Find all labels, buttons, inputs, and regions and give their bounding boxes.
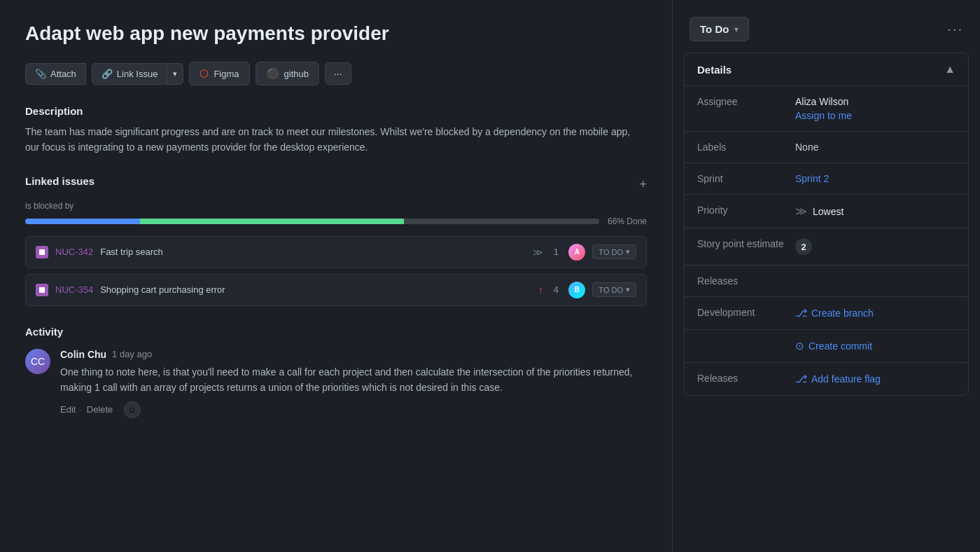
story-point-badge: 2 [795, 238, 812, 255]
assignee-name: Aliza Wilson [795, 96, 955, 107]
activity-actions: Edit · Delete · ☺ [60, 401, 647, 418]
issue-status-badge[interactable]: TO DO ▾ [592, 282, 636, 297]
details-panel-title: Details [697, 64, 732, 76]
figma-button[interactable]: ⬡ Figma [189, 62, 249, 85]
details-header: Details ▲ [685, 53, 968, 86]
branch-icon: ⎇ [795, 307, 807, 319]
table-row: NUC-342 Fast trip search ≫ 1 A TO DO ▾ [25, 236, 647, 268]
progress-label: 66% Done [608, 216, 647, 226]
issue-count: 4 [550, 284, 561, 295]
sprint-value[interactable]: Sprint 2 [795, 173, 955, 184]
list-item: CC Colin Chu 1 day ago One thing to note… [25, 349, 647, 418]
details-collapse-button[interactable]: ▲ [944, 63, 955, 76]
issue-id[interactable]: NUC-342 [55, 247, 93, 257]
story-point-row: Story point estimate 2 [685, 228, 968, 265]
todo-status-text: To Do [700, 23, 729, 35]
labels-row: Labels None [685, 132, 968, 163]
progress-green [140, 219, 404, 224]
create-commit-label: Create commit [808, 340, 872, 352]
releases-label: Releases [697, 275, 795, 287]
sidebar-more-options-button[interactable]: ··· [947, 21, 963, 37]
flag-icon: ⎇ [795, 373, 807, 385]
assignee-value: Aliza Wilson Assign to me [795, 96, 955, 121]
figma-label: Figma [214, 69, 239, 79]
sprint-row: Sprint Sprint 2 [685, 163, 968, 195]
delete-comment-button[interactable]: Delete [87, 404, 113, 415]
avatar: B [568, 282, 585, 298]
activity-author: Colin Chu [60, 349, 106, 360]
add-feature-flag-link[interactable]: ⎇ Add feature flag [795, 373, 955, 385]
create-branch-link[interactable]: ⎇ Create branch [795, 307, 955, 319]
create-commit-link[interactable]: ⊙ Create commit [795, 340, 955, 352]
link-issue-dropdown-button[interactable]: ▾ [167, 63, 183, 85]
issue-title: Shopping cart purchasing error [100, 284, 531, 295]
commit-icon: ⊙ [795, 340, 804, 352]
issue-id[interactable]: NUC-354 [55, 284, 93, 295]
table-row: NUC-354 Shopping cart purchasing error ↑… [25, 274, 647, 306]
create-commit-value: ⊙ Create commit [795, 340, 955, 352]
priority-row: Priority ≫ Lowest [685, 195, 968, 228]
description-section: Description The team has made significan… [25, 105, 647, 156]
progress-blue [25, 219, 140, 224]
more-options-toolbar-button[interactable]: ··· [325, 62, 351, 85]
releases-bottom-row: Releases ⎇ Add feature flag [685, 363, 968, 395]
issue-type-icon [36, 246, 48, 258]
linked-issues-section: Linked issues + is blocked by 66% Done N… [25, 175, 647, 306]
progress-gray [404, 219, 599, 224]
blocked-by-label: is blocked by [25, 201, 647, 211]
link-issue-group: 🔗 Link Issue ▾ [92, 63, 184, 85]
story-point-label: Story point estimate [697, 238, 795, 249]
right-sidebar: To Do ▾ ··· Details ▲ Assignee Aliza Wil… [672, 0, 980, 552]
assignee-row: Assignee Aliza Wilson Assign to me [685, 86, 968, 132]
create-branch-label: Create branch [811, 308, 874, 319]
attach-group: 📎 Attach [25, 63, 86, 85]
description-text: The team has made significant progress a… [25, 124, 647, 156]
development-label: Development [697, 307, 795, 318]
add-feature-flag-label: Add feature flag [811, 373, 881, 385]
add-linked-issue-button[interactable]: + [639, 178, 647, 191]
status-text: TO DO [598, 286, 623, 294]
priority-label: Priority [697, 205, 795, 216]
github-button[interactable]: ⚫ github [255, 62, 319, 85]
linked-issues-title: Linked issues [25, 175, 94, 187]
development-row: Development ⎇ Create branch [685, 297, 968, 330]
releases-bottom-value: ⎇ Add feature flag [795, 373, 955, 385]
assign-to-me-link[interactable]: Assign to me [795, 110, 955, 121]
figma-icon: ⬡ [200, 67, 209, 80]
status-dropdown-icon: ▾ [626, 247, 630, 256]
activity-body: Colin Chu 1 day ago One thing to note he… [60, 349, 647, 418]
emoji-reaction-button[interactable]: ☺ [124, 401, 141, 418]
todo-status-button[interactable]: To Do ▾ [690, 17, 749, 41]
details-panel: Details ▲ Assignee Aliza Wilson Assign t… [684, 53, 969, 396]
toolbar: 📎 Attach 🔗 Link Issue ▾ ⬡ Figma ⚫ github… [25, 62, 647, 85]
more-icon: ··· [334, 68, 342, 79]
labels-label: Labels [697, 142, 795, 153]
priority-low-icon: ≫ [533, 247, 543, 258]
status-dropdown-icon: ▾ [626, 285, 630, 294]
releases-row: Releases [685, 265, 968, 297]
todo-dropdown-icon: ▾ [734, 25, 738, 34]
progress-bar-container: 66% Done [25, 216, 647, 226]
activity-meta: Colin Chu 1 day ago [60, 349, 647, 360]
activity-title: Activity [25, 326, 647, 338]
link-issue-label: Link Issue [117, 69, 158, 79]
progress-bar [25, 219, 599, 224]
issue-type-icon [36, 284, 48, 296]
avatar: CC [25, 349, 50, 374]
page-title: Adapt web app new payments provider [25, 22, 647, 45]
labels-value: None [795, 142, 955, 153]
attach-button[interactable]: 📎 Attach [25, 63, 86, 85]
avatar: A [568, 244, 585, 261]
activity-comment: One thing to note here, is that you'll n… [60, 364, 647, 396]
attach-label: Attach [50, 69, 76, 79]
activity-time: 1 day ago [112, 349, 152, 359]
edit-comment-button[interactable]: Edit [60, 404, 76, 415]
link-icon: 🔗 [102, 69, 113, 79]
status-text: TO DO [598, 248, 623, 256]
priority-value-container: ≫ Lowest [795, 205, 955, 218]
link-issue-button[interactable]: 🔗 Link Issue [92, 63, 168, 85]
issue-count: 1 [550, 247, 561, 257]
linked-issues-header: Linked issues + [25, 175, 647, 194]
issue-status-badge[interactable]: TO DO ▾ [592, 244, 636, 259]
description-title: Description [25, 105, 647, 117]
